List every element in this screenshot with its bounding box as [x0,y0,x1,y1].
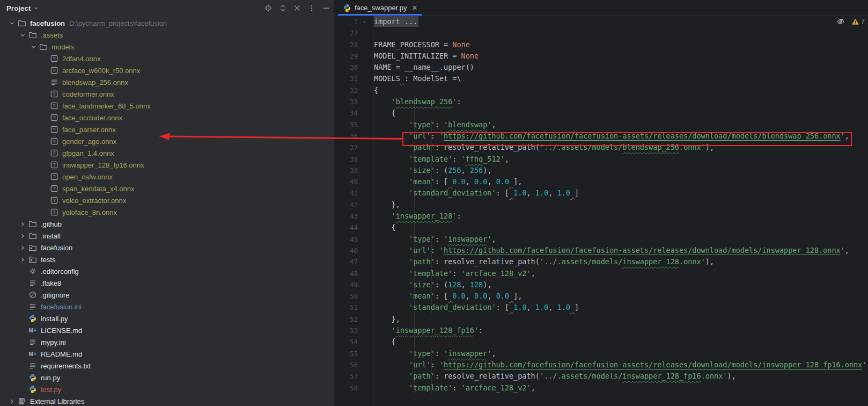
code-line-49[interactable]: 'size': (128, 128), [374,279,868,291]
tree-item-requirements-txt[interactable]: requirements.txt [0,360,334,372]
tree-item-license-md[interactable]: MLICENSE.md [0,324,334,336]
chevron-down-icon[interactable] [30,42,39,51]
code-line-32[interactable]: { [374,85,868,96]
line-number[interactable]: 45 [334,234,372,245]
tree-item--flake8[interactable]: .flake8 [0,277,334,289]
code-line-47[interactable]: 'path': resolve_relative_path('../.asset… [374,256,868,267]
line-number[interactable]: 50 [334,291,372,302]
code-line-40[interactable]: 'mean': [ 0.0, 0.0, 0.0 ], [374,176,868,187]
code-line-41[interactable]: 'standard_deviation': [ 1.0, 1.0, 1.0 ] [374,187,868,199]
code-line-35[interactable]: 'type': 'blendswap', [374,119,868,130]
tree-item-models[interactable]: models [0,41,334,53]
tree-item-mypy-ini[interactable]: mypy.ini [0,336,334,348]
code-line-54[interactable]: { [374,336,868,347]
line-number[interactable]: 36 [334,130,372,142]
tree-item--gitignore[interactable]: .gitignore [0,289,334,301]
line-number[interactable]: 48 [334,268,372,279]
code-line-56[interactable]: 'url': 'https://github.com/facefusion/fa… [374,359,868,371]
code-line-38[interactable]: 'template': 'ffhq_512', [374,154,868,165]
code-line-42[interactable]: }, [374,199,868,211]
chevron-right-icon[interactable] [19,231,28,240]
chevron-right-icon[interactable] [19,243,28,252]
tree-item-gfpgan-1-4-onnx[interactable]: ?gfpgan_1.4.onnx [0,147,334,159]
line-number[interactable]: 29 [334,50,372,62]
line-number[interactable]: 28 [334,39,372,50]
hide-icon[interactable] [322,4,330,12]
code-line-45[interactable]: 'type': 'inswapper', [374,234,868,245]
line-number[interactable]: 46 [334,245,372,256]
line-number[interactable]: 34 [334,107,372,119]
code-line-55[interactable]: 'type': 'inswapper', [374,348,868,359]
tree-item-arcface-w600k-r50-onnx[interactable]: ?arcface_w600k_r50.onnx [0,64,334,76]
chevron-down-icon[interactable] [19,31,28,39]
tree-item-readme-md[interactable]: MREADME.md [0,348,334,360]
tree-item-codeformer-onnx[interactable]: ?codeformer.onnx [0,88,334,100]
tree-item-face-landmarker-68-5-onnx[interactable]: ?face_landmarker_68_5.onnx [0,100,334,112]
line-number[interactable]: 39 [334,165,372,176]
code-line-31[interactable]: MODELS : ModelSet =\ [374,73,868,84]
code-line-53[interactable]: 'inswapper_128_fp16': [374,325,868,336]
expand-icon[interactable] [278,4,287,12]
code-line-30[interactable]: NAME = __name__.upper() [374,62,868,73]
tree-item--github[interactable]: .github [0,218,334,230]
tree-item--assets[interactable]: .assets [0,29,334,41]
line-number[interactable]: 55 [334,348,372,359]
line-number[interactable]: 1› [334,16,372,27]
code-line-37[interactable]: 'path': resolve_relative_path('../.asset… [374,142,868,153]
code-line-34[interactable]: { [374,107,868,119]
chevron-right-icon[interactable] [19,255,28,264]
line-number[interactable]: 56 [334,359,372,371]
tree-item--install[interactable]: .install [0,230,334,242]
tree-item-face-parser-onnx[interactable]: ?face_parser.onnx [0,124,334,135]
line-number[interactable]: 42 [334,199,372,211]
code-line-51[interactable]: 'standard_deviation': [ 1.0, 1.0, 1.0 ] [374,302,868,313]
line-number[interactable]: 43 [334,211,372,222]
code-line-44[interactable]: { [374,222,868,233]
line-number[interactable]: 38 [334,154,372,165]
line-number[interactable]: 31 [334,73,372,84]
line-number[interactable]: 41 [334,187,372,199]
code-line-52[interactable]: }, [374,314,868,325]
tree-item-facefusion[interactable]: facefusionD:\pycharm_projects\facefusion [0,17,334,29]
tree-item-voice-extractor-onnx[interactable]: ?voice_extractor.onnx [0,194,334,206]
line-number[interactable]: 27 [334,27,372,39]
code-line-33[interactable]: 'blendswap_256': [374,96,868,107]
code-line-28[interactable]: FRAME_PROCESSOR = None [374,39,868,50]
editor-gutter[interactable]: 1›27282930313233343536373839404142434445… [334,16,372,394]
fold-marker-icon[interactable]: › [358,16,371,27]
code-line-36[interactable]: 'url': 'https://github.com/facefusion/fa… [374,130,868,142]
line-number[interactable]: 30 [334,62,372,73]
tree-item-facefusion[interactable]: facefusion [0,242,334,253]
code-line-46[interactable]: 'url': 'https://github.com/facefusion/fa… [374,245,868,256]
tree-item-inswapper-128-fp16-onnx[interactable]: ?inswapper_128_fp16.onnx [0,159,334,171]
collapse-icon[interactable] [293,4,301,12]
more-icon[interactable] [307,4,316,12]
locate-icon[interactable] [264,4,273,12]
line-number[interactable]: 33 [334,96,372,107]
line-number[interactable]: 37 [334,142,372,153]
line-number[interactable]: 54 [334,336,372,347]
tree-item-facefusion-ini[interactable]: facefusion.ini [0,301,334,313]
line-number[interactable]: 35 [334,119,372,130]
chevron-down-icon[interactable] [8,19,18,27]
tree-item-face-occluder-onnx[interactable]: ?face_occluder.onnx [0,112,334,124]
line-number[interactable]: 57 [334,371,372,382]
tree-item-open-nsfw-onnx[interactable]: ?open_nsfw.onnx [0,171,334,183]
chevron-right-icon[interactable] [19,220,28,228]
code-line-29[interactable]: MODEL_INITIALIZER = None [374,50,868,62]
project-panel-title[interactable]: Project [6,4,31,12]
tree-item-test-py[interactable]: test.py [0,383,334,395]
line-number[interactable]: 47 [334,256,372,267]
code-line-1[interactable]: import ... [374,16,868,27]
tree-item-span-kendata-x4-onnx[interactable]: ?span_kendata_x4.onnx [0,183,334,194]
tree-item-external-libraries[interactable]: External Libraries [0,395,334,406]
tree-item-install-py[interactable]: install.py [0,313,334,324]
code-area[interactable]: import ...FRAME_PROCESSOR = NoneMODEL_IN… [374,16,868,394]
line-number[interactable]: 52 [334,314,372,325]
code-line-48[interactable]: 'template': 'arcface_128_v2', [374,268,868,279]
line-number[interactable]: 53 [334,325,372,336]
code-line-43[interactable]: 'inswapper_128': [374,211,868,222]
line-number[interactable]: 51 [334,302,372,313]
code-line-39[interactable]: 'size': (256, 256), [374,165,868,176]
tree-item-gender-age-onnx[interactable]: ?gender_age.onnx [0,135,334,147]
